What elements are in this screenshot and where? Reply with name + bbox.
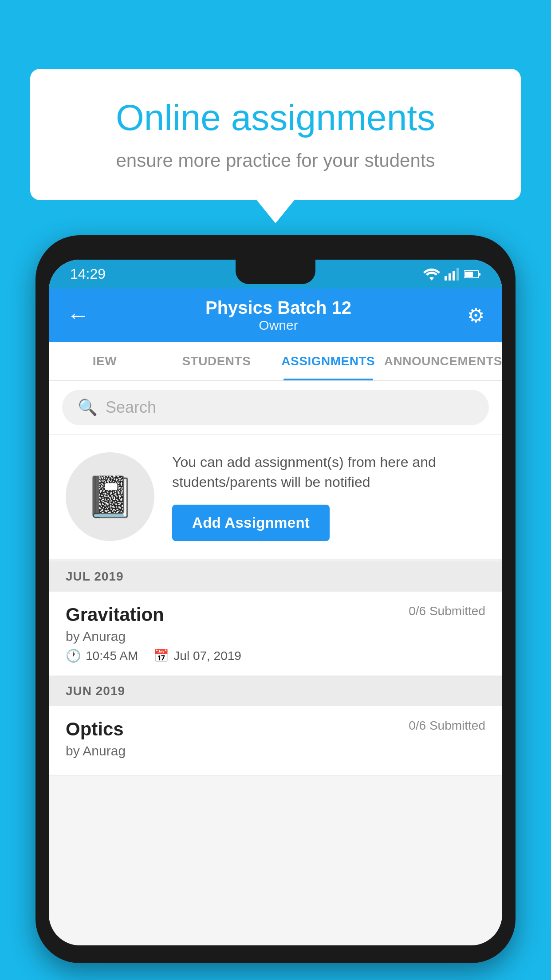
assignment-date-item: 📅 Jul 07, 2019 bbox=[153, 648, 241, 663]
promo-icon-circle: 📓 bbox=[66, 452, 154, 541]
search-placeholder: Search bbox=[106, 398, 156, 417]
search-container: 🔍 Search bbox=[49, 381, 502, 435]
battery-icon bbox=[464, 269, 481, 279]
speech-bubble-title: Online assignments bbox=[66, 98, 485, 138]
calendar-icon: 📅 bbox=[153, 648, 169, 663]
app-bar-subtitle: Owner bbox=[90, 318, 467, 333]
tab-iew[interactable]: IEW bbox=[49, 342, 161, 380]
svg-rect-5 bbox=[479, 273, 480, 276]
promo-section: 📓 You can add assignment(s) from here an… bbox=[49, 435, 502, 561]
assignment-time: 10:45 AM bbox=[86, 649, 138, 663]
notebook-icon: 📓 bbox=[85, 474, 135, 520]
section-header-jul: JUL 2019 bbox=[49, 561, 502, 592]
status-time: 14:29 bbox=[70, 266, 106, 282]
app-bar: ← Physics Batch 12 Owner ⚙ bbox=[49, 288, 502, 342]
add-assignment-button[interactable]: Add Assignment bbox=[172, 505, 330, 541]
tab-assignments[interactable]: ASSIGNMENTS bbox=[272, 342, 384, 380]
assignment-by: by Anurag bbox=[66, 629, 485, 644]
svg-rect-6 bbox=[465, 272, 473, 277]
app-bar-title: Physics Batch 12 bbox=[90, 298, 467, 318]
speech-bubble-card: Online assignments ensure more practice … bbox=[30, 69, 521, 200]
assignment-top-row: Gravitation 0/6 Submitted bbox=[66, 604, 485, 625]
assignment-time-item: 🕐 10:45 AM bbox=[66, 648, 138, 663]
settings-icon[interactable]: ⚙ bbox=[467, 304, 484, 327]
promo-description: You can add assignment(s) from here and … bbox=[172, 452, 485, 492]
section-header-jun: JUN 2019 bbox=[49, 676, 502, 706]
assignment-name: Gravitation bbox=[66, 604, 164, 625]
signal-icon bbox=[445, 268, 460, 281]
assignment-by-optics: by Anurag bbox=[66, 743, 485, 759]
assignment-top-row-optics: Optics 0/6 Submitted bbox=[66, 719, 485, 740]
svg-rect-0 bbox=[445, 276, 447, 281]
assignment-submitted-optics: 0/6 Submitted bbox=[409, 719, 485, 733]
app-bar-title-group: Physics Batch 12 Owner bbox=[90, 298, 467, 333]
search-box[interactable]: 🔍 Search bbox=[62, 390, 489, 425]
assignment-date: Jul 07, 2019 bbox=[173, 649, 241, 663]
assignment-submitted: 0/6 Submitted bbox=[409, 604, 485, 618]
assignment-meta: 🕐 10:45 AM 📅 Jul 07, 2019 bbox=[66, 648, 485, 663]
phone-frame: 14:29 bbox=[35, 235, 516, 963]
tab-announcements[interactable]: ANNOUNCEMENTS bbox=[384, 342, 502, 380]
phone-notch bbox=[236, 260, 315, 284]
back-button[interactable]: ← bbox=[67, 302, 90, 328]
assignment-name-optics: Optics bbox=[66, 719, 124, 740]
promo-content: You can add assignment(s) from here and … bbox=[172, 452, 485, 541]
tab-students[interactable]: STUDENTS bbox=[161, 342, 272, 380]
svg-rect-1 bbox=[449, 273, 451, 281]
clock-icon: 🕐 bbox=[66, 648, 81, 663]
wifi-icon bbox=[423, 268, 440, 281]
speech-bubble-subtitle: ensure more practice for your students bbox=[66, 150, 485, 171]
search-icon: 🔍 bbox=[78, 398, 98, 417]
tabs-bar: IEW STUDENTS ASSIGNMENTS ANNOUNCEMENTS bbox=[49, 342, 502, 381]
assignment-item-optics[interactable]: Optics 0/6 Submitted by Anurag bbox=[49, 706, 502, 776]
svg-rect-3 bbox=[457, 268, 459, 281]
status-icons bbox=[423, 268, 481, 281]
svg-rect-2 bbox=[453, 271, 455, 281]
assignment-item-gravitation[interactable]: Gravitation 0/6 Submitted by Anurag 🕐 10… bbox=[49, 592, 502, 676]
phone-screen: 14:29 bbox=[49, 260, 502, 945]
